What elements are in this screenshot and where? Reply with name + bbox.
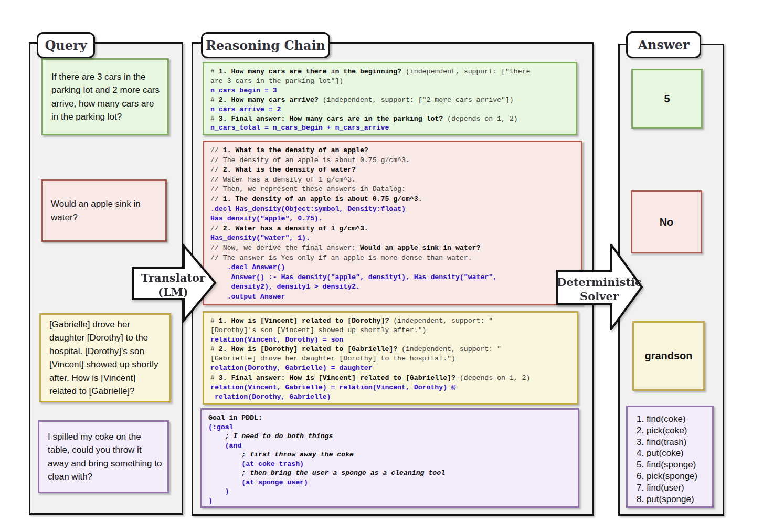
code-line: // 1. What is the density of an apple?: [210, 146, 575, 156]
code-line: (:goal: [208, 423, 571, 432]
code-line: n_cars_begin = 3: [210, 86, 569, 95]
reasoning-code-apple: // 1. What is the density of an apple?//…: [203, 141, 582, 305]
code-line: [Gabrielle] drove her daughter [Dorothy]…: [210, 354, 570, 364]
translator-arrow: Translator (LM): [132, 244, 218, 326]
code-line: relation(Vincent, Dorothy) = son: [210, 335, 570, 345]
query-box-apple: Would an apple sink in water?: [41, 179, 167, 242]
code-line: // 2. What is the density of water?: [210, 165, 575, 175]
solver-label-line1: Deterministic: [557, 275, 641, 289]
query-box-coke: I spilled my coke on the table, could yo…: [38, 420, 169, 493]
reasoning-code-kinship: # 1. How is [Vincent] related to [Doroth…: [203, 311, 578, 405]
reasoning-code-cars: # 1. How many cars are there in the begi…: [203, 62, 577, 135]
solver-label-line2: Solver: [580, 290, 619, 303]
code-line: density2), density1 > density2.: [210, 282, 575, 292]
translator-label-line1: Translator: [141, 271, 206, 284]
answer-box-cars: 5: [631, 69, 703, 129]
list-item: 3. find(trash): [637, 437, 708, 448]
query-column-title: Query: [37, 32, 95, 58]
code-line: n_cars_arrive = 2: [210, 105, 569, 114]
code-line: (at sponge user): [208, 478, 571, 487]
code-line: ): [208, 496, 571, 506]
code-line: (at coke trash): [208, 460, 571, 469]
query-box-kinship: [Gabrielle] drove her daughter [Dorothy]…: [39, 313, 171, 402]
code-line: // Then, we represent these answers in D…: [210, 185, 575, 195]
right-block-arrow-icon: Deterministic Solver: [556, 244, 644, 330]
code-line: relation(Dorothy, Gabrielle): [210, 392, 570, 402]
list-item: 4. put(coke): [637, 448, 708, 459]
code-line: ): [208, 487, 571, 496]
code-line: Goal in PDDL:: [208, 413, 571, 423]
code-line: # 1. How is [Vincent] related to [Doroth…: [210, 316, 570, 326]
code-line: # 3. Final answer: How many cars are in …: [210, 114, 569, 124]
code-line: # 1. How many cars are there in the begi…: [210, 67, 569, 77]
code-line: n_cars_total = n_cars_begin + n_cars_arr…: [210, 123, 569, 133]
code-line: .decl Answer(): [210, 263, 575, 273]
figure-canvas: Query Reasoning Chain Answer If there ar…: [0, 0, 763, 532]
code-line: Answer() :- Has_density("apple", density…: [210, 273, 575, 283]
answer-column-title: Answer: [626, 31, 701, 58]
code-line: ; then bring the user a sponge as a clea…: [208, 469, 571, 478]
list-item: 2. pick(coke): [637, 425, 708, 437]
list-item: 5. find(sponge): [637, 459, 708, 471]
code-line: // The answer is Yes only if an apple is…: [210, 253, 575, 263]
code-line: # 2. How is [Dorothy] related to [Gabrie…: [210, 345, 570, 354]
answer-text-kinship: grandson: [644, 350, 692, 362]
code-line: Has_density("apple", 0.75).: [210, 214, 575, 224]
code-line: // 1. The density of an apple is about 0…: [210, 195, 575, 205]
code-line: // 2. Water has a density of 1 g/cm^3.: [210, 224, 575, 234]
translator-label-line2: (LM): [158, 285, 188, 299]
code-line: .output Answer: [210, 292, 575, 302]
right-block-arrow-icon: Translator (LM): [132, 244, 218, 324]
code-line: are 3 cars in the parking lot"]): [210, 77, 569, 86]
code-line: # 2. How many cars arrive? (independent,…: [210, 95, 569, 105]
code-line: relation(Vincent, Gabrielle) = relation(…: [210, 383, 570, 392]
query-box-cars: If there are 3 cars in the parking lot a…: [41, 58, 169, 135]
reasoning-code-pddl: Goal in PDDL:(:goal ; I need to do both …: [200, 408, 579, 508]
deterministic-solver-arrow: Deterministic Solver: [556, 244, 644, 332]
list-item: 8. put(sponge): [637, 494, 708, 505]
code-line: ; first throw away the coke: [208, 450, 571, 460]
code-line: ; I need to do both things: [208, 432, 571, 441]
reasoning-chain-column-title: Reasoning Chain: [201, 32, 330, 58]
list-item: 7. find(user): [637, 482, 708, 494]
answer-text-cars: 5: [664, 93, 670, 105]
answer-text-apple: No: [660, 216, 674, 228]
answer-box-plan: 1. find(coke)2. pick(coke)3. find(trash)…: [626, 406, 714, 508]
query-text-apple: Would an apple sink in water?: [51, 197, 160, 224]
code-line: # 3. Final answer: How is [Vincent] rela…: [210, 374, 570, 383]
code-line: .decl Has_density(Object:symbol, Density…: [210, 205, 575, 215]
code-line: (and: [208, 441, 571, 451]
code-line: // Now, we derive the final answer: Woul…: [210, 243, 575, 253]
code-line: [Dorothy]'s son [Vincent] showed up shor…: [210, 326, 570, 335]
list-item: 1. find(coke): [637, 413, 708, 425]
code-line: Has_density("water", 1).: [210, 233, 575, 243]
list-item: 6. pick(sponge): [637, 471, 708, 482]
query-text-coke: I spilled my coke on the table, could yo…: [48, 430, 162, 484]
query-text-cars: If there are 3 cars in the parking lot a…: [51, 70, 162, 124]
code-line: // Water has a density of 1 g/cm^3.: [210, 175, 575, 185]
code-line: // The density of an apple is about 0.75…: [210, 156, 575, 166]
query-text-kinship: [Gabrielle] drove her daughter [Dorothy]…: [49, 318, 164, 398]
code-line: relation(Dorothy, Gabrielle) = daughter: [210, 364, 570, 373]
